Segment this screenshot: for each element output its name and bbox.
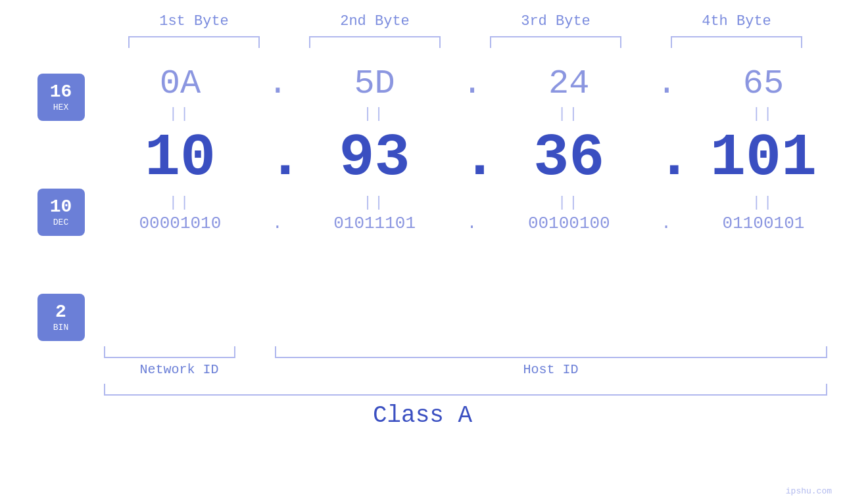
bin-badge-label: BIN — [53, 323, 68, 332]
bin-badge: 2 BIN — [37, 294, 85, 341]
network-id-bracket-wrap — [104, 346, 255, 358]
eq2-3: || — [503, 195, 635, 211]
bin-val-2: 01011101 — [309, 214, 441, 233]
dot-hex-2: . — [462, 64, 481, 103]
top-bracket-1 — [128, 36, 260, 48]
main-container: 1st Byte 2nd Byte 3rd Byte 4th Byte 16 H… — [0, 0, 845, 504]
hex-val-4: 65 — [698, 64, 829, 103]
bin-row: 00001010 . 01011101 . 00100100 . 0110010… — [104, 214, 840, 233]
top-bracket-2 — [309, 36, 441, 48]
left-labels: 16 HEX 10 DEC 2 BIN — [18, 64, 104, 344]
eq1-2: || — [309, 106, 441, 122]
eq2-1: || — [114, 195, 246, 211]
bin-badge-number: 2 — [55, 302, 66, 323]
dot-bin-3: . — [656, 214, 676, 233]
eq2-dot1 — [268, 195, 287, 211]
bin-val-4: 01100101 — [698, 214, 829, 233]
host-id-bracket-wrap — [275, 346, 827, 358]
byte3-header: 3rd Byte — [490, 13, 621, 30]
eq2-2: || — [309, 195, 441, 211]
host-id-bottom-bracket — [275, 346, 827, 358]
bin-val-3: 00100100 — [503, 214, 635, 233]
hex-val-3: 24 — [503, 64, 635, 103]
label-dot-gap — [255, 362, 275, 377]
rows-container: 0A . 5D . 24 . 65 || || || || 10 — [104, 64, 840, 344]
host-id-label: Host ID — [275, 362, 827, 377]
dec-badge-number: 10 — [50, 197, 72, 218]
hex-badge: 16 HEX — [37, 74, 85, 121]
equals-row-1: || || || || — [104, 103, 840, 125]
watermark: ipshu.com — [786, 486, 832, 496]
equals-row-2: || || || || — [104, 192, 840, 214]
dot-dec-2: . — [462, 125, 481, 192]
full-bottom-bracket — [104, 384, 827, 396]
eq1-4: || — [698, 106, 829, 122]
dec-val-3: 36 — [503, 125, 635, 192]
content-area: 16 HEX 10 DEC 2 BIN — [5, 64, 840, 344]
eq1-dot3 — [656, 106, 676, 122]
dec-badge-label: DEC — [53, 218, 68, 227]
dec-val-2: 93 — [309, 125, 441, 192]
eq2-dot3 — [656, 195, 676, 211]
byte4-header: 4th Byte — [671, 13, 802, 30]
hex-badge-row: 16 HEX — [37, 64, 85, 130]
hex-row: 0A . 5D . 24 . 65 — [104, 64, 840, 103]
dec-badge: 10 DEC — [37, 189, 85, 236]
hex-badge-number: 16 — [50, 82, 72, 103]
dot-bin-2: . — [462, 214, 481, 233]
byte-headers: 1st Byte 2nd Byte 3rd Byte 4th Byte — [104, 13, 827, 30]
dec-val-1: 10 — [114, 125, 246, 192]
class-label: Class A — [0, 402, 845, 429]
byte1-header: 1st Byte — [128, 13, 260, 30]
eq1-dot1 — [268, 106, 287, 122]
id-labels-row: Network ID Host ID — [104, 362, 827, 377]
hex-val-2: 5D — [309, 64, 441, 103]
network-id-bottom-bracket — [104, 346, 235, 358]
eq1-3: || — [503, 106, 635, 122]
top-bracket-4 — [671, 36, 802, 48]
dec-badge-row: 10 DEC — [37, 170, 85, 255]
eq1-1: || — [114, 106, 246, 122]
bin-badge-row: 2 BIN — [37, 291, 85, 344]
dec-val-4: 101 — [698, 125, 829, 192]
hex-badge-label: HEX — [53, 103, 68, 112]
top-bracket-3 — [490, 36, 621, 48]
byte2-header: 2nd Byte — [309, 13, 441, 30]
eq1-dot2 — [462, 106, 481, 122]
dot-hex-3: . — [656, 64, 676, 103]
dot-dec-1: . — [268, 125, 287, 192]
dot-dec-3: . — [656, 125, 676, 192]
top-brackets — [104, 36, 827, 48]
bin-val-1: 00001010 — [114, 214, 246, 233]
eq2-dot2 — [462, 195, 481, 211]
bottom-brackets-container — [104, 346, 827, 358]
dec-row: 10 . 93 . 36 . 101 — [104, 125, 840, 192]
bracket-dot-gap — [255, 346, 275, 358]
hex-val-1: 0A — [114, 64, 246, 103]
network-id-label: Network ID — [104, 362, 255, 377]
dot-bin-1: . — [268, 214, 287, 233]
dot-hex-1: . — [268, 64, 287, 103]
eq2-4: || — [698, 195, 829, 211]
